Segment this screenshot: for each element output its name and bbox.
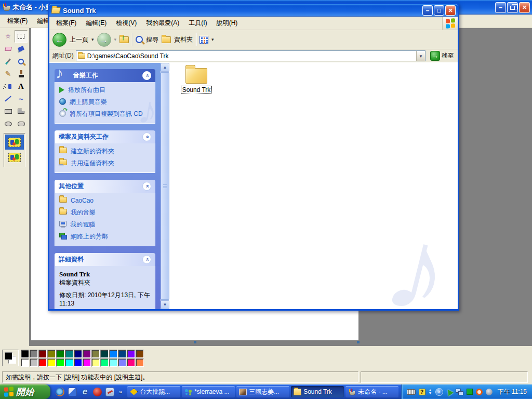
internet-explorer-icon[interactable]: e bbox=[81, 388, 89, 396]
color-swatch[interactable] bbox=[65, 358, 73, 367]
forward-dropdown-caret[interactable]: ▾ bbox=[114, 37, 117, 42]
collapse-chevron-icon[interactable]: » bbox=[142, 255, 151, 264]
music-tasks-header[interactable]: ♪ 音樂工作 » bbox=[55, 69, 155, 82]
go-button[interactable]: → 移至 bbox=[428, 51, 457, 61]
color-swatch[interactable] bbox=[47, 358, 56, 367]
color-swatch[interactable] bbox=[127, 358, 135, 367]
explorer-titlebar[interactable]: Sound Trk – □ ✕ bbox=[49, 4, 458, 17]
address-input[interactable] bbox=[85, 52, 416, 60]
file-folder-tasks-header[interactable]: 檔案及資料夾工作 » bbox=[55, 130, 155, 143]
text-tool[interactable]: A bbox=[15, 80, 28, 92]
task-shop-music-online[interactable]: 網上購買音樂 bbox=[59, 98, 152, 106]
start-button[interactable]: 開始 bbox=[0, 384, 50, 399]
menu-view[interactable]: 檢視(V) bbox=[111, 17, 141, 29]
quick-launch-icon-4[interactable] bbox=[93, 388, 102, 396]
pencil-tool[interactable]: ✎ bbox=[2, 68, 15, 80]
color-picker-tool[interactable] bbox=[2, 55, 15, 68]
menu-tools[interactable]: 工具(I) bbox=[184, 17, 211, 29]
menu-help[interactable]: 說明(H) bbox=[212, 17, 243, 29]
address-dropdown-button[interactable]: ▾ bbox=[416, 51, 425, 61]
file-list-area[interactable]: Sound Trk ♪ bbox=[169, 63, 458, 309]
back-button[interactable]: ← bbox=[52, 33, 66, 47]
color-swatch[interactable] bbox=[127, 350, 135, 358]
color-swatch[interactable] bbox=[56, 350, 64, 358]
brush-tool[interactable] bbox=[15, 68, 28, 80]
place-my-music[interactable]: ♪ 我的音樂 bbox=[59, 209, 152, 217]
collapse-chevron-icon[interactable]: » bbox=[142, 132, 151, 141]
color-swatch[interactable] bbox=[100, 350, 109, 358]
color-swatch[interactable] bbox=[30, 350, 38, 358]
menu-edit[interactable]: 編輯(E) bbox=[81, 17, 111, 29]
color-swatch[interactable] bbox=[118, 350, 126, 358]
color-swatch[interactable] bbox=[136, 350, 144, 358]
task-play-all[interactable]: 播放所有曲目 bbox=[59, 86, 152, 94]
views-button[interactable] bbox=[200, 36, 208, 44]
canvas-resize-handle-corner[interactable] bbox=[357, 341, 360, 343]
color-swatch[interactable] bbox=[91, 350, 100, 358]
hide-icons-chevron[interactable]: ‹ bbox=[435, 388, 443, 396]
color-swatch[interactable] bbox=[136, 358, 144, 367]
other-places-header[interactable]: 其他位置 » bbox=[55, 180, 155, 193]
task-copy-to-audio-cd[interactable]: 將所有項目複製到音訊 CD bbox=[59, 110, 152, 118]
quick-launch-icon-2[interactable] bbox=[68, 388, 77, 396]
taskbar-button-sanguozhi[interactable]: 三國志姜... bbox=[236, 386, 289, 397]
ime-help-icon[interactable]: ? bbox=[419, 389, 425, 395]
fill-tool[interactable] bbox=[15, 43, 28, 55]
explorer-close-button[interactable]: ✕ bbox=[445, 5, 456, 16]
color-swatch[interactable] bbox=[74, 358, 82, 367]
foreground-color-swatch[interactable] bbox=[5, 352, 12, 360]
keyboard-ime-icon[interactable] bbox=[407, 389, 416, 395]
tray-orange-icon[interactable] bbox=[476, 389, 483, 395]
place-my-network[interactable]: 網路上的芳鄰 bbox=[59, 233, 152, 241]
color-swatch[interactable] bbox=[21, 350, 29, 358]
explorer-minimize-button[interactable]: – bbox=[422, 5, 433, 16]
color-swatch[interactable] bbox=[21, 358, 29, 367]
back-button-label[interactable]: 上一頁 bbox=[70, 35, 88, 44]
taskbar-button-soundtrk[interactable]: Sound Trk bbox=[291, 386, 344, 397]
color-swatch[interactable] bbox=[91, 358, 100, 367]
views-dropdown-caret[interactable]: ▾ bbox=[211, 37, 214, 42]
paint-close-button[interactable]: ✕ bbox=[519, 2, 530, 13]
color-swatch[interactable] bbox=[56, 358, 64, 367]
free-select-tool[interactable]: ☆ bbox=[2, 30, 15, 43]
search-icon[interactable] bbox=[136, 36, 143, 43]
color-swatch[interactable] bbox=[30, 358, 38, 367]
curve-tool[interactable]: ~ bbox=[15, 92, 28, 105]
menu-file[interactable]: 檔案(F) bbox=[51, 17, 81, 29]
search-button-label[interactable]: 搜尋 bbox=[146, 35, 158, 44]
color-swatch[interactable] bbox=[65, 350, 73, 358]
taskbar-button-ptt[interactable]: 台大批踢... bbox=[127, 386, 180, 397]
rectangle-tool[interactable] bbox=[2, 105, 15, 117]
ellipse-tool[interactable] bbox=[2, 117, 15, 130]
magnifier-tool[interactable] bbox=[15, 55, 28, 68]
color-swatch[interactable] bbox=[47, 350, 56, 358]
tray-pointer-icon[interactable] bbox=[445, 388, 453, 396]
color-swatch[interactable] bbox=[38, 358, 47, 367]
paint-menu-file[interactable]: 檔案(F) bbox=[3, 15, 32, 27]
canvas-resize-handle-bottom[interactable] bbox=[194, 341, 196, 343]
opaque-selection-option[interactable] bbox=[5, 135, 24, 150]
line-tool[interactable] bbox=[2, 92, 15, 105]
select-tool[interactable] bbox=[15, 30, 28, 43]
folders-button-label[interactable]: 資料夾 bbox=[174, 35, 193, 44]
ime-toolbar-icon[interactable]: ▲▼ bbox=[429, 389, 432, 394]
eraser-tool[interactable] bbox=[2, 43, 15, 55]
rounded-rect-tool[interactable] bbox=[15, 117, 28, 130]
tray-volume-icon[interactable] bbox=[486, 389, 493, 395]
task-pane-scrollbar[interactable]: ▲ ▼ bbox=[161, 63, 169, 309]
folders-icon[interactable] bbox=[162, 36, 171, 43]
color-swatch[interactable] bbox=[118, 358, 126, 367]
firefox-icon[interactable] bbox=[56, 388, 64, 396]
quick-launch-icon-5[interactable] bbox=[105, 388, 114, 396]
color-swatch[interactable] bbox=[100, 358, 109, 367]
tray-green-icon[interactable] bbox=[467, 389, 473, 395]
scroll-up-button[interactable]: ▲ bbox=[161, 63, 169, 72]
forward-button[interactable]: → bbox=[97, 33, 111, 47]
transparent-selection-option[interactable] bbox=[5, 150, 24, 165]
quick-launch-overflow-chevron[interactable]: » bbox=[118, 389, 123, 395]
file-item-soundtrk[interactable]: Sound Trk bbox=[177, 68, 216, 94]
color-swatch[interactable] bbox=[109, 350, 117, 358]
color-swatch[interactable] bbox=[83, 358, 91, 367]
color-swatch[interactable] bbox=[109, 358, 117, 367]
scrollbar-thumb[interactable] bbox=[161, 72, 169, 300]
